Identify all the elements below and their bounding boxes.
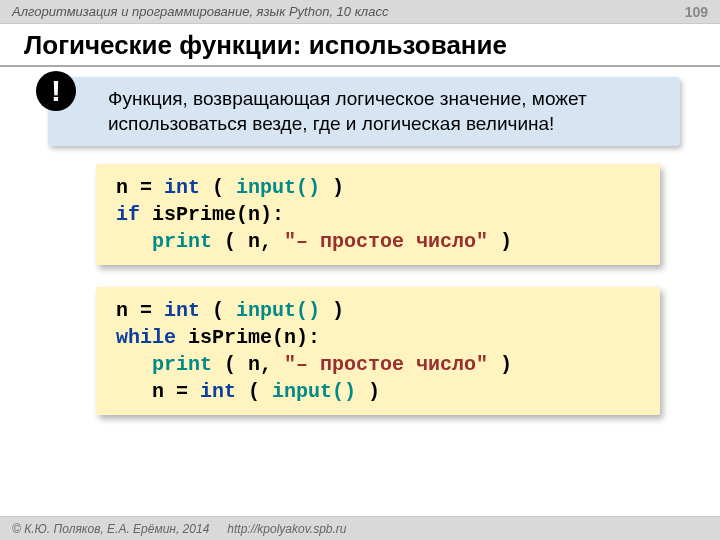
code-text: ) bbox=[320, 176, 344, 199]
slide-footer: © К.Ю. Поляков, Е.А. Ерёмин, 2014 http:/… bbox=[0, 516, 720, 540]
code-keyword: int bbox=[164, 299, 200, 322]
code-text: ) bbox=[356, 380, 380, 403]
code-block-while: n = int ( input() ) while isPrime(n): pr… bbox=[96, 287, 660, 415]
code-function: input() bbox=[272, 380, 356, 403]
code-function: print bbox=[152, 230, 212, 253]
code-text: ) bbox=[488, 230, 512, 253]
footer-url: http://kpolyakov.spb.ru bbox=[227, 522, 346, 536]
code-text: n = bbox=[116, 176, 164, 199]
exclamation-icon: ! bbox=[36, 71, 76, 111]
code-indent bbox=[116, 380, 152, 403]
page-number: 109 bbox=[685, 4, 708, 20]
code-keyword: if bbox=[116, 203, 140, 226]
callout-text: Функция, возвращающая логическое значени… bbox=[48, 77, 680, 146]
copyright: © К.Ю. Поляков, Е.А. Ерёмин, 2014 bbox=[12, 522, 209, 536]
callout: ! Функция, возвращающая логическое значе… bbox=[48, 77, 680, 146]
course-name: Алгоритмизация и программирование, язык … bbox=[12, 4, 388, 19]
code-text: ( bbox=[200, 299, 236, 322]
code-block-if: n = int ( input() ) if isPrime(n): print… bbox=[96, 164, 660, 265]
code-indent bbox=[116, 353, 152, 376]
code-keyword: int bbox=[200, 380, 236, 403]
code-text: isPrime(n): bbox=[140, 203, 284, 226]
code-text: isPrime(n): bbox=[176, 326, 320, 349]
code-function: print bbox=[152, 353, 212, 376]
code-string: "– простое число" bbox=[284, 353, 488, 376]
slide-header: Алгоритмизация и программирование, язык … bbox=[0, 0, 720, 24]
code-text: ) bbox=[488, 353, 512, 376]
code-text: ( n, bbox=[212, 230, 284, 253]
code-string: "– простое число" bbox=[284, 230, 488, 253]
code-text: ) bbox=[320, 299, 344, 322]
code-text: ( bbox=[200, 176, 236, 199]
code-text: ( n, bbox=[212, 353, 284, 376]
code-function: input() bbox=[236, 176, 320, 199]
code-text: ( bbox=[236, 380, 272, 403]
slide-title: Логические функции: использование bbox=[0, 24, 720, 67]
code-function: input() bbox=[236, 299, 320, 322]
code-text: n = bbox=[152, 380, 200, 403]
code-keyword: int bbox=[164, 176, 200, 199]
code-indent bbox=[116, 230, 152, 253]
code-keyword: while bbox=[116, 326, 176, 349]
code-text: n = bbox=[116, 299, 164, 322]
